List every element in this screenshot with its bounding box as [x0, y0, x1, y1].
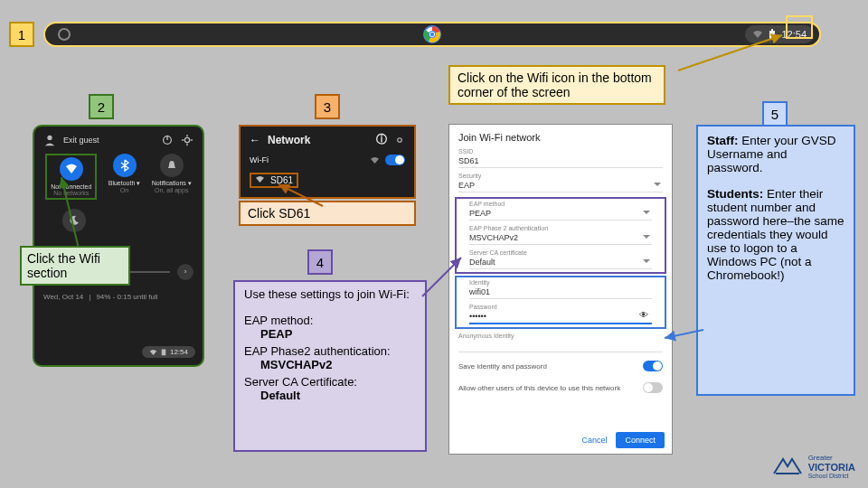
join-wifi-dialog: Join Wi-Fi network SSID SD61 Security EA…	[448, 124, 673, 455]
wifi-toggle-row[interactable]: Wi-Fi	[241, 153, 414, 169]
svg-point-4	[430, 33, 434, 36]
chrome-icon[interactable]	[423, 25, 441, 43]
callout-step-4: Use these settings to join Wi-Fi: EAP me…	[233, 280, 427, 452]
step-3-number: 3	[315, 94, 340, 119]
wifi-icon[interactable]	[752, 30, 763, 39]
notifications-tile[interactable]: Notifications ▾ On, all apps	[152, 154, 192, 200]
chromeos-shelf: 12:54	[43, 22, 821, 47]
bluetooth-icon	[113, 154, 137, 177]
callout-step-2: Click the Wifi section	[20, 246, 130, 286]
phase2-select[interactable]: MSVCHAPv2	[469, 231, 652, 245]
eye-icon[interactable]: 👁	[639, 310, 648, 320]
save-creds-label: Save identity and password	[458, 362, 547, 371]
ssid-row[interactable]: SD61	[241, 169, 414, 192]
allow-others-toggle[interactable]	[643, 382, 663, 393]
save-creds-toggle[interactable]	[643, 361, 663, 371]
ca-cert-select[interactable]: Default	[469, 256, 652, 269]
svg-rect-5	[769, 31, 775, 39]
eap-method-select[interactable]: PEAP	[469, 207, 652, 221]
gvsd-logo: Greater VICTORIA School District	[772, 454, 855, 479]
ssid-label: SD61	[270, 175, 293, 185]
cancel-button[interactable]: Cancel	[581, 436, 607, 445]
svg-rect-15	[162, 350, 166, 356]
date-label: Wed, Oct 14	[43, 293, 83, 301]
info-icon[interactable]: ⓘ	[376, 132, 387, 147]
logo-icon	[772, 455, 803, 477]
ssid-field[interactable]: SD61	[458, 155, 663, 168]
exit-guest-button[interactable]: Exit guest	[63, 136, 99, 145]
callout-step-3: Click SD61	[239, 201, 416, 226]
gear-icon[interactable]	[181, 134, 193, 146]
wifi-tile-sub: No networks	[53, 190, 89, 196]
night-light-tile[interactable]	[62, 209, 86, 235]
svg-point-7	[47, 136, 52, 140]
network-title: Network	[268, 134, 310, 146]
allow-others-label: Allow other users of this device to use …	[458, 384, 620, 392]
connect-button[interactable]: Connect	[616, 432, 665, 448]
wifi-icon	[60, 157, 83, 181]
anon-identity-field[interactable]	[458, 339, 663, 352]
step-2-number: 2	[89, 94, 114, 119]
bell-icon	[160, 154, 184, 177]
identity-field[interactable]: wifi01	[469, 286, 652, 299]
back-icon[interactable]: ←	[250, 134, 260, 146]
battery-label: 94% - 0:15 until full	[96, 293, 157, 301]
security-select[interactable]: EAP	[458, 179, 663, 192]
power-icon[interactable]	[161, 134, 174, 146]
battery-icon	[769, 29, 776, 40]
network-panel: ← Network ⓘ Wi-Fi SD61	[239, 125, 416, 199]
wifi-lock-icon	[255, 175, 265, 183]
wifi-icon	[370, 156, 380, 164]
launcher-icon[interactable]	[58, 28, 71, 41]
callout-step-5: Staff: Enter your GVSD Username and pass…	[696, 125, 855, 396]
svg-point-16	[398, 137, 402, 142]
user-icon	[43, 134, 56, 146]
wifi-tile[interactable]: Not connected No networks	[45, 154, 97, 200]
dialog-title: Join Wi-Fi network	[449, 125, 672, 146]
svg-rect-6	[771, 29, 773, 31]
step-4-number: 4	[307, 249, 333, 275]
chevron-right-icon[interactable]: ›	[177, 264, 193, 280]
step-1-number: 1	[9, 22, 34, 47]
gear-icon[interactable]	[394, 135, 405, 145]
wifi-toggle[interactable]	[385, 155, 405, 165]
wifi-tile-title: Not connected	[51, 183, 91, 190]
moon-icon	[62, 209, 86, 232]
status-pill[interactable]: 12:54	[142, 346, 195, 358]
callout-step-1: Click on the Wifi icon in the bottom cor…	[448, 65, 665, 105]
bluetooth-tile[interactable]: Bluetooth ▾ On	[108, 154, 141, 200]
password-field[interactable]: •••••• 👁	[469, 310, 652, 324]
step-5-number: 5	[762, 101, 788, 127]
wifi-icon-highlight	[786, 15, 813, 39]
svg-point-10	[184, 137, 189, 142]
